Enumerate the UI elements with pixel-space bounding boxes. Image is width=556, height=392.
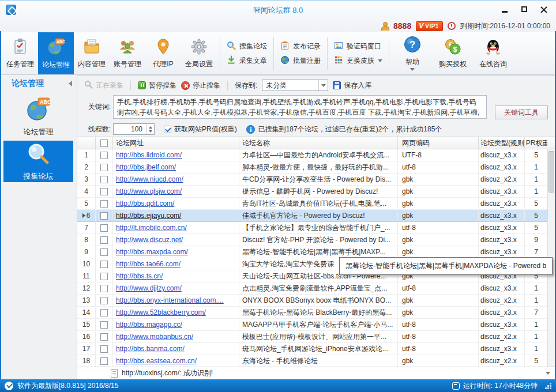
toolbar-item-buy-license[interactable]: €$ 购买授权	[433, 32, 473, 74]
sidebar-item-forum-manage[interactable]: ABC 论坛管理	[3, 96, 73, 137]
forum-url-cell[interactable]: http://lt.imobile.com.cn/	[113, 222, 239, 233]
table-row[interactable]: 4http://www.qlsjw.com/提示信息 - 麒麟手机网 - Pow…	[77, 186, 547, 198]
row-checkbox-cell[interactable]	[96, 282, 113, 294]
table-row[interactable]: 13http://bbs.onyx-international.com....O…	[77, 295, 547, 307]
forum-url-cell[interactable]: http://www.niucd.com/	[113, 174, 239, 185]
column-header-pr[interactable]: PR权重	[525, 137, 547, 149]
row-checkbox[interactable]	[100, 285, 108, 292]
toolbar-item-captcha-window[interactable]: 验证码窗口	[334, 41, 382, 52]
toolbar-item-tasks[interactable]: 任务管理	[2, 32, 38, 74]
table-row[interactable]: 5http://bbs.qdit.com/青岛IT社区-岛城最具价值IT论坛(手…	[77, 198, 547, 210]
toolbar-item-publish-record[interactable]: 发布记录	[280, 41, 321, 52]
toolbar-item-help[interactable]: ? 帮助	[392, 32, 433, 74]
save-category-select[interactable]: 未分类	[262, 80, 328, 91]
forum-url-cell[interactable]: http://www.52blackberry.com/	[113, 307, 239, 318]
toolbar-item-proxy-ip[interactable]: 代理IP	[145, 32, 181, 74]
forum-url-cell[interactable]: http://bbs.magapp.cc/	[113, 319, 239, 330]
toolbar-item-online-support[interactable]: 在线咨询	[473, 32, 513, 74]
resize-grip[interactable]	[544, 382, 551, 389]
close-button[interactable]	[535, 3, 553, 16]
column-header-name[interactable]: 论坛名称	[239, 137, 398, 149]
row-checkbox[interactable]	[100, 297, 108, 304]
scrollbar-thumb[interactable]	[549, 151, 554, 193]
row-checkbox[interactable]	[100, 236, 108, 244]
forum-url-cell[interactable]: http://bbs.tao66.com/	[113, 258, 239, 270]
header-select-all[interactable]	[96, 137, 113, 149]
forum-url-link[interactable]: http://bbs.magapp.cc/	[116, 321, 182, 329]
row-checkbox[interactable]	[100, 200, 108, 208]
forum-url-cell[interactable]: http://bbs.lidroid.com/	[113, 149, 239, 161]
forum-url-link[interactable]: http://bbs.lidroid.com/	[116, 151, 182, 159]
table-row[interactable]: 17http://bbs.banma.com/斑马网论坛_手机网游论坛_iPho…	[77, 343, 547, 355]
row-checkbox-cell[interactable]	[96, 270, 113, 282]
row-checkbox[interactable]	[100, 164, 108, 171]
row-checkbox[interactable]	[100, 309, 108, 316]
row-checkbox-cell[interactable]	[96, 222, 113, 233]
forum-url-link[interactable]: http://www.niucd.com/	[116, 175, 183, 183]
stop-collect-button[interactable]: 停止搜集	[181, 81, 220, 91]
table-row[interactable]: 2http://bbs.jbelf.com/脚本精灵-做最方便，最快捷，最好玩的…	[77, 161, 547, 174]
toolbar-item-account-manage[interactable]: 账号管理	[110, 32, 145, 74]
forum-url-link[interactable]: http://bbs.jbelf.com/	[116, 163, 176, 171]
row-checkbox-cell[interactable]	[96, 234, 113, 246]
row-checkbox[interactable]	[100, 261, 108, 268]
spinner-down-icon[interactable]	[149, 130, 152, 133]
thread-count-stepper[interactable]: 100	[113, 123, 155, 135]
forum-url-link[interactable]: http://bbs.ejiayu.com/	[116, 212, 181, 220]
row-checkbox-cell[interactable]	[96, 355, 113, 367]
forum-url-cell[interactable]: http://www.discuz.net/	[113, 234, 239, 246]
forum-url-link[interactable]: http://www.qlsjw.com/	[116, 187, 182, 195]
forum-url-link[interactable]: http://lt.imobile.com.cn/	[116, 224, 187, 232]
row-checkbox-cell[interactable]	[96, 331, 113, 342]
forum-url-link[interactable]: http://bbs.eastsea.com.cn/	[116, 357, 197, 365]
table-row[interactable]: 14http://www.52blackberry.com/黑莓手机论坛-黑莓论…	[77, 307, 547, 319]
row-checkbox-cell[interactable]	[96, 186, 113, 197]
row-checkbox-cell[interactable]	[96, 246, 113, 258]
row-checkbox[interactable]	[100, 273, 108, 280]
table-row[interactable]: 16http://www.mobanbus.cn/模板巴士(应用帮)-模板设计、…	[77, 331, 547, 343]
maximize-button[interactable]	[516, 3, 533, 16]
forum-url-cell[interactable]: http://www.djjlzy.com/	[113, 282, 239, 294]
table-row[interactable]: 9http://bbs.maxpda.com/黑莓论坛-智能手机论坛|黑莓|黑莓…	[77, 246, 547, 258]
keyword-tool-button[interactable]: 关键词工具	[495, 105, 548, 119]
select-all-checkbox[interactable]	[100, 140, 108, 147]
forum-url-link[interactable]: http://bbs.tao66.com/	[116, 260, 181, 268]
table-row[interactable]: 1http://bbs.lidroid.com/力卓社区—中国最给力的Andro…	[77, 149, 547, 161]
forum-url-link[interactable]: http://bbs.banma.com/	[116, 345, 185, 353]
table-row[interactable]: 12http://www.djjlzy.com/点击精灵,淘宝免费刷流量软件,A…	[77, 282, 547, 295]
row-checkbox[interactable]	[100, 333, 108, 341]
row-checkbox-cell[interactable]	[96, 295, 113, 306]
table-row[interactable]: 15http://bbs.magapp.cc/MAGAPP马甲手机客户端-论坛手…	[77, 319, 547, 331]
forum-url-link[interactable]: http://www.52blackberry.com/	[116, 308, 206, 316]
forum-url-cell[interactable]: http://bbs.eastsea.com.cn/	[113, 355, 239, 367]
forum-url-link[interactable]: http://bbs.maxpda.com/	[116, 248, 188, 256]
forum-url-link[interactable]: http://bbs.qdit.com/	[116, 199, 174, 208]
row-checkbox-cell[interactable]	[96, 174, 113, 185]
forum-url-cell[interactable]: http://www.mobanbus.cn/	[113, 331, 239, 342]
column-header-encoding[interactable]: 网页编码	[398, 137, 479, 149]
toolbar-item-content-manage[interactable]: 内容管理	[74, 32, 110, 74]
toolbar-item-collect-article[interactable]: 采集文章	[227, 55, 267, 66]
row-checkbox[interactable]	[100, 357, 108, 365]
table-row[interactable]: 3http://www.niucd.com/牛CD分享网-让分享改变生活 - P…	[77, 174, 547, 186]
row-checkbox[interactable]	[100, 345, 108, 353]
forum-url-link[interactable]: http://www.djjlzy.com/	[116, 284, 182, 292]
row-checkbox[interactable]	[100, 248, 108, 256]
row-checkbox-cell[interactable]	[96, 343, 113, 355]
forum-url-cell[interactable]: http://bbs.ejiayu.com/	[113, 210, 239, 221]
forum-url-link[interactable]: http://www.discuz.net/	[116, 236, 183, 244]
save-to-db-button[interactable]: 保存入库	[333, 81, 371, 91]
row-checkbox-cell[interactable]	[96, 198, 113, 209]
toolbar-item-change-skin[interactable]: 更换皮肤	[334, 55, 382, 66]
table-row[interactable]: 6http://bbs.ejiayu.com/佳域手机官方论坛 - Powere…	[77, 210, 547, 222]
row-checkbox[interactable]	[100, 152, 108, 159]
forum-url-cell[interactable]: http://bbs.qdit.com/	[113, 198, 239, 209]
spinner-up-icon[interactable]	[149, 126, 152, 129]
forum-url-cell[interactable]: http://www.qlsjw.com/	[113, 186, 239, 197]
toolbar-item-collect-forum[interactable]: 搜集论坛	[227, 41, 267, 52]
keywords-input[interactable]: 手机,手机排行榜,手机助手,手机号码归属地查询,手机壁纸,手机游戏,手机铃声,手…	[113, 95, 487, 119]
row-checkbox[interactable]	[100, 212, 108, 220]
minimize-button[interactable]	[496, 3, 513, 16]
row-checkbox[interactable]	[100, 224, 108, 232]
forum-url-cell[interactable]: http://bbs.banma.com/	[113, 343, 239, 355]
